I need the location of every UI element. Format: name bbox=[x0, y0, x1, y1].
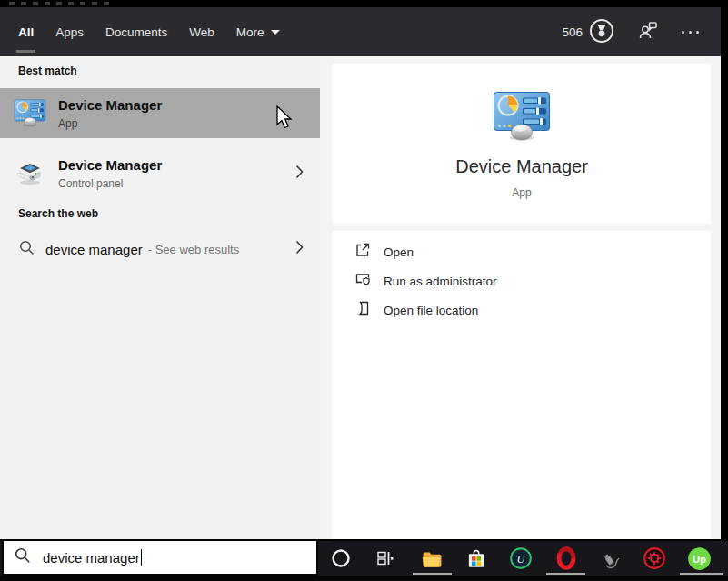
tab-documents[interactable]: Documents bbox=[95, 7, 178, 56]
rewards-badge[interactable]: 506 bbox=[562, 18, 614, 46]
device-manager-icon-large bbox=[333, 91, 711, 145]
microsoft-store-icon[interactable] bbox=[458, 543, 494, 574]
background-window-remnant bbox=[9, 2, 109, 5]
search-results-panel: Best match Device Manager App Devi bbox=[0, 56, 320, 539]
task-view-icon[interactable] bbox=[367, 543, 404, 574]
result-subtitle: Control panel bbox=[58, 177, 162, 190]
open-icon bbox=[354, 242, 371, 262]
rewards-points: 506 bbox=[562, 25, 583, 39]
red-updater-app-icon[interactable] bbox=[636, 543, 673, 574]
web-query-text: device manager bbox=[45, 242, 143, 257]
chevron-right-icon bbox=[295, 165, 304, 183]
preview-header-card: Device Manager App bbox=[333, 64, 711, 224]
opera-browser-icon[interactable] bbox=[548, 543, 584, 574]
rewards-medal-icon bbox=[589, 18, 614, 46]
preview-actions-card: Open Run as administrator Open file loca… bbox=[333, 231, 711, 539]
text-caret bbox=[141, 549, 142, 566]
device-manager-icon bbox=[14, 99, 46, 127]
result-title: Device Manager bbox=[58, 96, 162, 114]
search-filter-bar: All Apps Documents Web More 506 bbox=[0, 7, 721, 56]
running-indicator-opera bbox=[546, 573, 585, 575]
web-suffix-text: - See web results bbox=[148, 243, 239, 256]
chevron-right-icon bbox=[295, 240, 304, 258]
result-title: Device Manager bbox=[58, 156, 162, 174]
preview-title: Device Manager bbox=[333, 156, 711, 177]
upwork-icon[interactable]: Up bbox=[681, 543, 717, 574]
action-open-file-location[interactable]: Open file location bbox=[354, 302, 711, 318]
usb-cable-icon[interactable] bbox=[592, 543, 628, 574]
search-icon bbox=[19, 240, 35, 259]
cortana-circle-icon[interactable] bbox=[323, 543, 359, 574]
open-file-location-icon bbox=[354, 300, 371, 320]
green-u-app-icon[interactable]: U bbox=[503, 543, 539, 574]
tab-web[interactable]: Web bbox=[178, 7, 225, 56]
search-input-value: device manager bbox=[43, 550, 140, 566]
action-open[interactable]: Open bbox=[354, 244, 711, 260]
search-input[interactable]: device manager bbox=[2, 539, 318, 576]
action-run-as-administrator[interactable]: Run as administrator bbox=[354, 273, 711, 289]
result-subtitle: App bbox=[58, 117, 162, 130]
best-match-header: Best match bbox=[18, 65, 77, 77]
filter-tabs: All Apps Documents Web More bbox=[0, 7, 291, 56]
web-search-result[interactable]: device manager - See web results bbox=[0, 232, 320, 266]
search-icon bbox=[15, 547, 31, 567]
desktop-background-strip bbox=[721, 0, 728, 541]
preview-subtitle: App bbox=[333, 186, 711, 199]
tab-more[interactable]: More bbox=[225, 7, 291, 56]
svg-text:Up: Up bbox=[693, 553, 706, 564]
chevron-down-icon bbox=[271, 30, 280, 35]
feedback-person-icon[interactable] bbox=[638, 21, 658, 44]
file-explorer-icon[interactable] bbox=[414, 543, 450, 574]
control-panel-device-icon bbox=[14, 158, 46, 189]
running-indicator-file-explorer bbox=[413, 573, 452, 575]
mouse-cursor bbox=[275, 105, 293, 135]
result-device-manager-app[interactable]: Device Manager App bbox=[0, 88, 320, 138]
tab-all[interactable]: All bbox=[7, 7, 45, 56]
tab-apps[interactable]: Apps bbox=[45, 7, 95, 56]
more-options-icon[interactable] bbox=[682, 31, 699, 34]
run-as-admin-icon bbox=[354, 271, 371, 291]
running-indicator-upwork bbox=[680, 573, 723, 575]
svg-text:U: U bbox=[517, 553, 526, 566]
result-device-manager-control-panel[interactable]: Device Manager Control panel bbox=[0, 148, 320, 198]
preview-pane: Device Manager App Open Run as administr… bbox=[320, 56, 721, 539]
search-the-web-header: Search the web bbox=[18, 207, 98, 220]
